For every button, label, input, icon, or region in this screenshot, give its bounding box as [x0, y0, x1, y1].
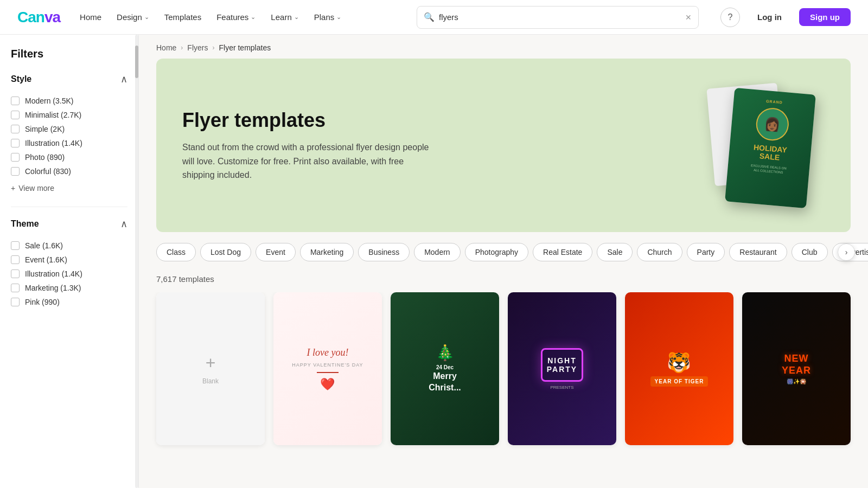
nav-templates[interactable]: Templates: [158, 8, 208, 26]
filter-tag-church[interactable]: Church: [637, 243, 682, 261]
nav-home[interactable]: Home: [73, 8, 108, 26]
login-button[interactable]: Log in: [746, 8, 793, 26]
search-clear-button[interactable]: ✕: [685, 13, 692, 22]
filter-item[interactable]: Pink (990): [11, 295, 127, 309]
filter-label-marketing: Marketing (1.3K): [25, 284, 81, 292]
nav-learn[interactable]: Learn ⌄: [264, 8, 305, 26]
filter-tag-real-estate[interactable]: Real Estate: [533, 243, 592, 261]
nav-plans[interactable]: Plans ⌄: [308, 8, 348, 26]
filter-tag-class[interactable]: Class: [156, 243, 196, 261]
theme-filter-title: Theme: [11, 219, 39, 229]
signup-button[interactable]: Sign up: [799, 8, 851, 26]
card-content: 🎄 24 Dec MerryChrist...: [391, 292, 499, 445]
scroll-indicator: [135, 35, 138, 488]
view-more-label: View more: [18, 184, 54, 192]
nav-features[interactable]: Features ⌄: [210, 8, 262, 26]
filter-item[interactable]: Colorful (830): [11, 164, 127, 178]
main-nav: Home Design ⌄ Templates Features ⌄ Learn…: [73, 8, 348, 26]
filter-item[interactable]: Sale (1.6K): [11, 239, 127, 253]
filter-label-modern: Modern (3.5K): [25, 97, 73, 105]
flyer-circle: 👩🏾: [755, 107, 790, 142]
theme-filter-header[interactable]: Theme ∧: [11, 216, 127, 232]
scroll-thumb[interactable]: [135, 46, 138, 78]
header-actions: ? Log in Sign up: [720, 8, 851, 27]
filter-checkbox-modern[interactable]: [11, 97, 20, 105]
filter-item[interactable]: Illustration (1.4K): [11, 136, 127, 150]
template-card[interactable]: 🎄 24 Dec MerryChrist...: [391, 292, 499, 445]
nav-design[interactable]: Design ⌄: [110, 8, 156, 26]
chevron-down-icon: ⌄: [294, 14, 299, 21]
template-card[interactable]: I love you! HAPPY VALENTINE'S DAY ❤️: [273, 292, 382, 445]
filter-item[interactable]: Event (1.6K): [11, 253, 127, 267]
template-card[interactable]: 🐯 YEAR OF TIGER: [625, 292, 733, 445]
hero-description: Stand out from the crowd with a professi…: [182, 140, 432, 182]
canva-logo[interactable]: Canva: [17, 9, 60, 26]
filter-checkbox-pink[interactable]: [11, 298, 20, 306]
template-grid: + Blank I love you! HAPPY VALENTINE'S DA…: [139, 292, 868, 463]
filter-tag-marketing[interactable]: Marketing: [300, 243, 354, 261]
filter-checkbox-sale[interactable]: [11, 241, 20, 250]
search-icon: 🔍: [424, 12, 435, 22]
help-button[interactable]: ?: [720, 8, 740, 27]
filter-label-illustration: Illustration (1.4K): [25, 139, 82, 147]
filter-item[interactable]: Photo (890): [11, 150, 127, 164]
hero-banner: Flyer templates Stand out from the crowd…: [156, 59, 851, 232]
filter-label-minimalist: Minimalist (2.7K): [25, 111, 81, 119]
card-content: I love you! HAPPY VALENTINE'S DAY ❤️: [273, 292, 382, 445]
breadcrumb-home[interactable]: Home: [156, 43, 176, 52]
flyer-front-card: GRAND 👩🏾 HOLIDAY SALE EXCLUSIVE DEALS ON…: [725, 88, 816, 208]
filter-tag-party[interactable]: Party: [687, 243, 725, 261]
filter-label-illustration-theme: Illustration (1.4K): [25, 269, 82, 278]
filter-checkbox-colorful[interactable]: [11, 167, 20, 176]
filter-tag-restaurant[interactable]: Restaurant: [729, 243, 787, 261]
filters-title: Filters: [11, 48, 127, 60]
view-more-style[interactable]: + View more: [11, 181, 127, 196]
breadcrumb-current: Flyer templates: [219, 43, 271, 52]
filter-item[interactable]: Marketing (1.3K): [11, 281, 127, 295]
filter-tag-sale[interactable]: Sale: [597, 243, 633, 261]
chevron-down-icon: ⌄: [336, 14, 341, 21]
style-filter-header[interactable]: Style ∧: [11, 71, 127, 87]
breadcrumb-flyers[interactable]: Flyers: [187, 43, 208, 52]
filter-tags-row: Class Lost Dog Event Marketing Business …: [139, 232, 868, 272]
chevron-down-icon: ⌄: [251, 14, 256, 21]
filter-item[interactable]: Illustration (1.4K): [11, 267, 127, 281]
scroll-right-button[interactable]: ›: [838, 243, 855, 261]
plus-icon: +: [11, 184, 15, 192]
template-card[interactable]: NIGHT PARTY PRESENTS: [508, 292, 616, 445]
filter-tag-modern[interactable]: Modern: [414, 243, 460, 261]
filter-tag-business[interactable]: Business: [358, 243, 410, 261]
filter-label-sale: Sale (1.6K): [25, 241, 63, 250]
style-filter-section: Style ∧ Modern (3.5K) Minimalist (2.7K) …: [11, 71, 127, 196]
filter-item[interactable]: Simple (2K): [11, 122, 127, 136]
filter-tag-photography[interactable]: Photography: [465, 243, 528, 261]
filter-checkbox-photo[interactable]: [11, 153, 20, 162]
header: Canva Home Design ⌄ Templates Features ⌄…: [0, 0, 868, 35]
hero-text: Flyer templates Stand out from the crowd…: [182, 108, 432, 182]
filter-label-simple: Simple (2K): [25, 125, 65, 133]
filter-label-colorful: Colorful (830): [25, 167, 71, 176]
search-input[interactable]: flyers: [439, 12, 681, 22]
filter-label-photo: Photo (890): [25, 153, 65, 162]
main-content: Home › Flyers › Flyer templates Flyer te…: [139, 35, 868, 488]
filter-item[interactable]: Modern (3.5K): [11, 94, 127, 108]
sidebar-divider: [11, 207, 127, 207]
filter-checkbox-illustration[interactable]: [11, 139, 20, 147]
filter-checkbox-minimalist[interactable]: [11, 111, 20, 119]
filter-checkbox-simple[interactable]: [11, 125, 20, 133]
chevron-down-icon: ⌄: [144, 14, 149, 21]
filter-checkbox-illustration-theme[interactable]: [11, 269, 20, 278]
filter-tag-event[interactable]: Event: [256, 243, 296, 261]
filter-checkbox-marketing[interactable]: [11, 284, 20, 292]
filter-checkbox-event[interactable]: [11, 255, 20, 264]
filter-tag-club[interactable]: Club: [792, 243, 828, 261]
template-card[interactable]: NEWYEAR 🎆✨🎇: [742, 292, 851, 445]
filter-label-event: Event (1.6K): [25, 255, 67, 264]
template-count: 7,617 templates: [139, 272, 868, 292]
hero-image: GRAND 👩🏾 HOLIDAY SALE EXCLUSIVE DEALS ON…: [716, 80, 825, 210]
filter-tag-lost-dog[interactable]: Lost Dog: [200, 243, 251, 261]
template-card[interactable]: + Blank: [156, 292, 265, 445]
collapse-icon: ∧: [120, 218, 127, 230]
sidebar: Filters Style ∧ Modern (3.5K) Minimalist…: [0, 35, 139, 488]
filter-item[interactable]: Minimalist (2.7K): [11, 108, 127, 122]
